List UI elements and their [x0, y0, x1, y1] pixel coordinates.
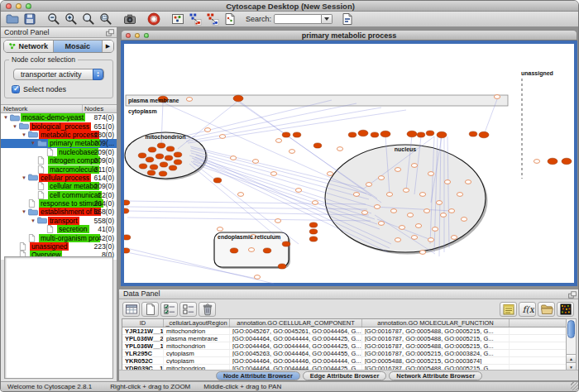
network-node-selected[interactable] [348, 132, 356, 137]
network-node-unselected[interactable] [432, 227, 438, 232]
network-node-unselected[interactable] [419, 251, 425, 255]
network-node-unselected[interactable] [353, 193, 359, 197]
network-node-selected[interactable] [407, 131, 417, 137]
search-input[interactable] [274, 14, 322, 24]
float-data-panel-icon[interactable] [568, 291, 577, 300]
attribute-table-icon[interactable] [122, 302, 140, 317]
network-node-selected[interactable] [166, 146, 175, 151]
window-titlebar[interactable]: Cytoscape Desktop (New Session) [1, 1, 579, 12]
network-node-unselected[interactable] [337, 147, 342, 151]
network-node-selected[interactable] [150, 165, 158, 170]
table-row[interactable]: YJR121W__1mitochondrion[GO:0045267, GO:0… [122, 327, 567, 335]
network-node-unselected[interactable] [366, 183, 371, 187]
table-cell[interactable]: YPL036W__2 [122, 335, 164, 342]
table-cell[interactable]: mitochondrion [164, 342, 230, 349]
network-node-unselected[interactable] [186, 98, 192, 102]
network-node-unselected[interactable] [428, 172, 433, 176]
network-node-unselected[interactable] [419, 193, 425, 197]
float-panel-icon[interactable] [106, 29, 114, 38]
network-node-selected[interactable] [282, 132, 290, 137]
tree-row[interactable]: ▼biological_process651(0) [1, 122, 117, 130]
search-dropdown-button[interactable] [322, 14, 333, 24]
network-node-unselected[interactable] [204, 128, 210, 132]
network-node-selected[interactable] [417, 132, 425, 137]
table-scrollbar[interactable]: ▲ ▼ [566, 318, 577, 371]
network-node-unselected[interactable] [312, 201, 318, 205]
network-node-unselected[interactable] [295, 189, 301, 193]
tree-row[interactable]: multi-organism pro42(0) [1, 233, 117, 241]
tree-row[interactable]: ▼mosaic-demo-yeast874(0) [1, 113, 117, 122]
table-row[interactable]: YLR295Ccytoplasm[GO:0045263, GO:0044464,… [122, 350, 567, 357]
tree-row[interactable]: cell communicat22(0) [1, 191, 117, 199]
network-node-selected[interactable] [309, 237, 318, 241]
import-attributes-icon[interactable] [538, 302, 555, 317]
network-node-unselected[interactable] [457, 193, 462, 197]
tree-row[interactable]: ▼cellular process614(0) [1, 174, 117, 182]
table-cell[interactable]: [GO:0044464, GO:0044444, GO:0044425, G..… [230, 335, 362, 342]
table-cell[interactable]: YKR052C [122, 357, 164, 364]
tree-row[interactable]: secretion41(0) [1, 225, 117, 233]
table-cell[interactable]: cytoplasm [164, 350, 230, 356]
network-node-selected[interactable] [469, 131, 477, 136]
network-node-selected[interactable] [309, 229, 318, 234]
network-node-selected[interactable] [147, 170, 156, 175]
network-node-selected[interactable] [124, 248, 130, 253]
network-node-unselected[interactable] [395, 238, 400, 242]
network-node-unselected[interactable] [494, 95, 500, 99]
network-node-unselected[interactable] [252, 160, 258, 164]
tree-row[interactable]: ▼transport558(0) [1, 217, 117, 225]
vizmapper-icon[interactable] [222, 12, 237, 26]
network-node-unselected[interactable] [217, 227, 223, 232]
network-node-unselected[interactable] [395, 168, 400, 172]
snapshot-icon[interactable] [122, 12, 137, 26]
column-header[interactable]: annotation.GO CELLULAR_COMPONENT [230, 319, 362, 327]
network-view-titlebar[interactable]: primary metabolic process [121, 30, 577, 41]
table-row[interactable]: YPL036W__2plasma membrane[GO:0044464, GO… [122, 335, 567, 342]
table-cell[interactable]: [GO:0045263, GO:0044464, GO:0044455, G..… [230, 350, 362, 356]
network-node-selected[interactable] [233, 95, 243, 102]
network-node-unselected[interactable] [411, 164, 417, 168]
table-cell[interactable]: [GO:0005488, GO:0005215, GO:0003674] [362, 357, 510, 364]
attribute-table-header[interactable]: ID_cellularLayoutRegionannotation.GO CEL… [122, 319, 567, 327]
table-cell[interactable]: YPL036W__1 [122, 342, 164, 349]
tab-mosaic[interactable]: Mosaic [54, 41, 103, 52]
network-node-selected[interactable] [157, 143, 165, 148]
column-header[interactable]: annotation.GO MOLECULAR_FUNCTION [362, 319, 510, 327]
tab-edge-attribute-browser[interactable]: Edge Attribute Browser [303, 371, 386, 380]
network-node-unselected[interactable] [411, 236, 417, 240]
expander-icon[interactable]: ▼ [22, 131, 28, 138]
network-node-selected[interactable] [146, 157, 154, 162]
network-node-selected[interactable] [282, 241, 290, 246]
tree-row[interactable]: response to stimulu264(0) [1, 199, 117, 208]
network-node-unselected[interactable] [444, 180, 450, 184]
annotation-icon[interactable] [500, 302, 517, 317]
scrollbar-thumb[interactable] [567, 320, 575, 338]
network-node-unselected[interactable] [436, 201, 442, 205]
zoom-in-icon[interactable] [63, 12, 79, 26]
network-node-unselected[interactable] [374, 205, 380, 209]
expander-icon[interactable]: ▼ [12, 123, 19, 130]
table-cell[interactable]: plasma membrane [164, 335, 230, 342]
help-icon[interactable] [146, 12, 161, 26]
save-session-icon[interactable] [22, 12, 37, 26]
network-node-unselected[interactable] [407, 213, 413, 218]
attribute-matrix-icon[interactable] [557, 302, 574, 317]
network-node-unselected[interactable] [465, 180, 471, 184]
network-node-selected[interactable] [165, 155, 173, 160]
network-node-selected[interactable] [562, 158, 572, 165]
expander-icon[interactable]: ▼ [22, 208, 28, 215]
network-node-selected[interactable] [156, 154, 164, 159]
network-node-unselected[interactable] [248, 248, 254, 252]
network-node-unselected[interactable] [403, 189, 409, 193]
table-cell[interactable]: [GO:0016787, GO:0005215, GO:0003824, G..… [362, 350, 510, 356]
expander-icon[interactable]: ▼ [3, 114, 10, 121]
network-node-selected[interactable] [138, 153, 146, 158]
network-node-selected[interactable] [230, 248, 238, 253]
table-cell[interactable]: [GO:0044464, GO:0044446, GO:0044444, G..… [230, 357, 362, 364]
tree-row[interactable]: cellular metabo209(0) [1, 182, 117, 190]
birdseye-icon[interactable] [170, 12, 185, 26]
network-canvas[interactable]: plasma membranecytoplasmmitochondrionnuc… [121, 41, 577, 286]
network-node-selected[interactable] [139, 164, 147, 169]
network-node-selected[interactable] [124, 208, 129, 213]
network-node-selected[interactable] [479, 131, 489, 138]
